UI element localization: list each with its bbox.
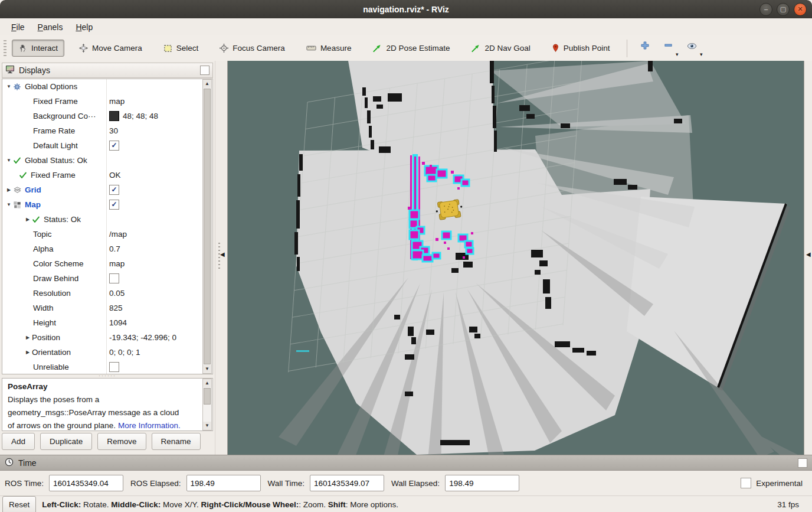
reset-button[interactable]: Reset [2,496,36,512]
tree-row-fixed-frame[interactable]: Fixed FrameOK [2,168,212,182]
toolbar-drag-handle[interactable] [4,40,6,57]
tree-row-resolution[interactable]: Resolution0.05 [2,286,212,301]
property-value[interactable]: map [109,94,125,109]
scrollbar-thumb[interactable] [204,388,211,405]
property-value[interactable]: ✓ [109,182,119,197]
property-value[interactable]: /map [109,227,127,242]
tree-row-width[interactable]: Width825 [2,301,212,315]
property-value[interactable]: 825 [109,301,123,315]
tree-row-background-co[interactable]: Background Co···48; 48; 48 [2,109,212,123]
3d-viewport[interactable] [228,61,804,455]
add-tool-button[interactable] [633,40,657,57]
add-button[interactable]: Add [2,433,35,450]
tree-row-map[interactable]: ▼Map✓ [2,197,212,212]
property-value[interactable]: map [109,256,125,271]
property-value[interactable]: -19.343; -42.996; 0 [109,330,176,345]
property-value[interactable]: ✓ [109,197,119,212]
tool-publish-point[interactable]: Publish Point [545,40,617,57]
scroll-up-icon[interactable]: ▲ [203,80,211,88]
right-splitter[interactable]: ◀ [804,61,812,455]
expander-closed-icon[interactable]: ▶ [24,350,32,355]
tree-row-fixed-frame[interactable]: Fixed Framemap [2,94,212,109]
expander-open-icon[interactable]: ▼ [5,84,13,89]
tree-row-status-ok[interactable]: ▶Status: Ok [2,212,212,227]
property-value[interactable]: ✓ [109,138,119,153]
dropdown-caret-icon[interactable]: ▾ [700,51,703,57]
tree-row-position[interactable]: ▶Position-19.343; -42.996; 0 [2,330,212,345]
checkbox[interactable]: ✓ [109,141,119,151]
tree-row-height[interactable]: Height1094 [2,315,212,330]
property-value[interactable]: 48; 48; 48 [109,109,158,123]
ros-time-input[interactable] [49,475,123,491]
ok-icon [19,171,31,180]
tool-move-camera[interactable]: Move Camera [73,40,149,57]
tree-row-topic[interactable]: Topic/map [2,227,212,242]
collapse-arrow-icon[interactable]: ◀ [806,251,811,257]
tree-row-alpha[interactable]: Alpha0.7 [2,242,212,256]
tree-row-global-options[interactable]: ▼Global Options [2,79,212,94]
property-value[interactable]: 1094 [109,315,127,330]
tree-scrollbar[interactable]: ▲ ▼ [202,79,212,374]
more-information-link[interactable]: More Information. [118,421,181,430]
checkbox[interactable]: ✓ [109,185,119,195]
menu-panels[interactable]: Panels [31,20,70,34]
wall-time-input[interactable] [310,475,384,491]
gear-icon [13,83,25,91]
minimize-button[interactable]: – [759,3,772,16]
tree-row-global-status-ok[interactable]: ▼Global Status: Ok [2,153,212,168]
property-value[interactable] [109,271,119,286]
tool-measure[interactable]: Measure [300,40,358,57]
property-value[interactable]: 0.05 [109,286,125,301]
rename-button[interactable]: Rename [152,433,201,450]
close-button[interactable]: ✕ [794,3,807,16]
ros-elapsed-input[interactable] [186,475,261,491]
tool-select[interactable]: Select [157,40,205,57]
scrollbar-thumb[interactable] [204,89,211,364]
tree-row-draw-behind[interactable]: Draw Behind [2,271,212,286]
remove-tool-button[interactable]: ▾ [657,40,680,57]
left-splitter[interactable]: ◀ [215,61,228,455]
menu-help[interactable]: Help [69,20,99,34]
experimental-checkbox[interactable] [741,478,751,488]
panel-float-button[interactable] [798,458,807,468]
remove-button[interactable]: Remove [97,433,146,450]
property-value[interactable]: OK [109,168,121,182]
tool-focus-camera[interactable]: Focus Camera [213,40,292,57]
menu-file[interactable]: File [5,20,31,34]
duplicate-button[interactable]: Duplicate [40,433,92,450]
expander-closed-icon[interactable]: ▶ [24,217,32,222]
collapse-arrow-icon[interactable]: ◀ [220,251,225,257]
tree-row-orientation[interactable]: ▶Orientation0; 0; 0; 1 [2,345,212,360]
tool-properties-button[interactable]: ▾ [680,40,704,57]
description-scrollbar[interactable]: ▲ ▼ [202,379,212,431]
tool-interact[interactable]: Interact [12,40,64,57]
wall-elapsed-input[interactable] [445,475,519,491]
time-panel-header[interactable]: Time [0,455,812,471]
tree-row-grid[interactable]: ▶Grid✓ [2,182,212,197]
tree-row-color-scheme[interactable]: Color Schememap [2,256,212,271]
expander-open-icon[interactable]: ▼ [5,158,13,163]
tool-2d-pose-estimate[interactable]: 2D Pose Estimate [366,40,456,57]
expander-open-icon[interactable]: ▼ [5,202,13,207]
property-value[interactable]: 0.7 [109,242,120,256]
value-text: -19.343; -42.996; 0 [109,333,176,342]
tree-row-frame-rate[interactable]: Frame Rate30 [2,123,212,138]
checkbox[interactable]: ✓ [109,200,119,210]
property-value[interactable]: 30 [109,123,118,138]
panel-float-button[interactable] [200,66,209,75]
property-value[interactable]: 0; 0; 0; 1 [109,345,140,360]
checkbox[interactable] [109,362,119,372]
scroll-down-icon[interactable]: ▼ [203,422,211,430]
expander-closed-icon[interactable]: ▶ [24,335,32,340]
scroll-down-icon[interactable]: ▼ [203,365,211,373]
dropdown-caret-icon[interactable]: ▾ [676,51,679,57]
tree-row-default-light[interactable]: Default Light✓ [2,138,212,153]
tool-2d-nav-goal[interactable]: 2D Nav Goal [464,40,536,57]
maximize-button[interactable]: ▢ [777,3,790,16]
scroll-up-icon[interactable]: ▲ [203,379,211,387]
expander-closed-icon[interactable]: ▶ [5,187,13,193]
displays-panel-header[interactable]: Displays [2,63,213,78]
checkbox[interactable] [109,273,119,283]
status-bar: Reset Left-Click: Rotate. Middle-Click: … [0,495,812,512]
title-bar[interactable]: navigation.rviz* - RViz –▢✕ [0,0,812,18]
